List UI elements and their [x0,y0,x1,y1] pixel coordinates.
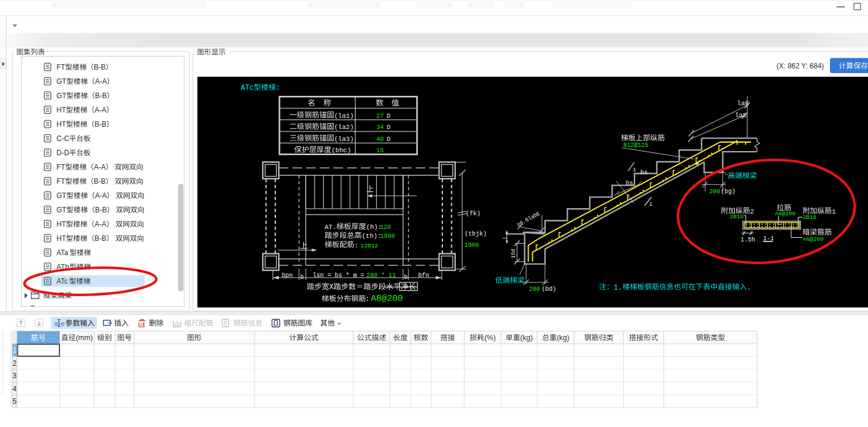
svg-text:15d: 15d [511,249,517,258]
svg-text:1: 1 [12,346,17,354]
svg-text:HT: HT [56,120,67,128]
svg-text:1: 1 [633,167,636,173]
svg-text:B-B: B-B [94,63,106,71]
svg-text:A-A: A-A [94,163,106,171]
svg-text:1: 1 [649,202,652,208]
svg-text:280 * 11: 280 * 11 [367,272,396,279]
svg-text:FT: FT [56,177,65,186]
svg-text:15: 15 [376,147,383,154]
svg-text:B-B: B-B [94,177,106,186]
svg-text:1-1: 1-1 [763,235,775,242]
svg-text:HT: HT [56,234,67,243]
svg-text:(fk): (fk) [466,210,481,217]
svg-text:A6@200: A6@200 [803,236,823,243]
svg-text:(th):: (th): [362,233,382,240]
svg-text:(la2): (la2) [334,124,354,131]
svg-text:FT: FT [56,63,65,71]
svg-text:b: b [404,274,408,281]
svg-text:A-A: A-A [95,220,106,228]
svg-text:1: 1 [832,208,836,215]
svg-text:a: a [54,320,58,327]
svg-text:D: D [387,124,391,131]
svg-text:(tbjk): (tbjk) [465,230,487,237]
svg-text:A-A: A-A [95,106,106,114]
svg-text:(%): (%) [485,334,496,342]
svg-text:(kg): (kg) [557,334,570,342]
svg-text:D-D: D-D [56,149,70,157]
svg-text:laE: laE [737,100,750,107]
svg-text:D: D [387,136,391,143]
svg-text:B-B: B-B [95,92,107,100]
svg-text:2B16: 2B16 [730,214,744,220]
svg-text:laE: laE [735,112,747,119]
svg-text:2B16: 2B16 [803,214,816,221]
svg-text:4: 4 [12,385,17,393]
svg-text:2: 2 [12,359,17,368]
svg-text:A-A: A-A [95,191,107,200]
svg-text:bpn: bpn [282,272,293,279]
svg-text:C-C: C-C [56,134,70,143]
svg-text:ATa: ATa [56,249,68,257]
svg-text:D: D [387,112,391,120]
svg-text:(bd): (bd) [542,286,556,293]
svg-text:1600: 1600 [464,241,479,249]
svg-text:ATc: ATc [56,277,68,285]
svg-text:GT: GT [56,77,67,86]
svg-text:b: b [300,274,304,281]
svg-text:hs: hs [626,180,633,187]
svg-text:X: X [329,283,334,291]
svg-text:5: 5 [12,397,17,406]
svg-text:B-B: B-B [95,206,107,214]
svg-text:12B12: 12B12 [361,243,379,249]
svg-text:(bhc): (bhc) [332,147,351,154]
svg-text:2: 2 [750,208,754,215]
svg-text:40: 40 [376,136,383,143]
svg-text:200: 200 [529,286,540,293]
svg-text:120: 120 [380,224,391,231]
svg-text:B-B: B-B [95,120,106,128]
svg-text:GT: GT [56,92,67,100]
svg-text:A8@200: A8@200 [371,294,403,304]
svg-text::: : [366,295,370,303]
svg-text:1.5h: 1.5h [741,236,756,243]
svg-text:bfn: bfn [419,272,429,279]
svg-text:B12@125: B12@125 [624,142,649,149]
svg-text:HT: HT [56,220,67,228]
svg-text:1800: 1800 [380,233,395,240]
svg-text:A-A: A-A [95,77,107,86]
svg-text:34: 34 [376,124,383,131]
svg-text:(la3): (la3) [334,136,354,143]
svg-text:(mm): (mm) [76,334,93,342]
svg-text:ATc: ATc [241,84,254,92]
svg-text:AT.: AT. [325,224,336,231]
svg-text:3: 3 [12,372,17,380]
svg-text:200: 200 [709,189,720,195]
svg-text::: : [354,242,358,249]
svg-text:bs: bs [640,169,647,176]
svg-text:e: e [61,320,64,327]
svg-text:A6@200: A6@200 [775,211,796,217]
svg-text:lsn = bs * m =: lsn = bs * m = [313,272,364,279]
svg-text::: : [276,84,280,92]
svg-text:1.: 1. [614,284,622,292]
svg-text:GT: GT [56,206,67,214]
svg-text:(X: 862 Y: 684): (X: 862 Y: 684) [776,62,824,70]
svg-text:FT: FT [56,163,65,171]
svg-text:(kg): (kg) [520,334,533,342]
svg-text:HT: HT [56,106,67,114]
svg-text:B-B: B-B [95,234,106,243]
svg-text:GT: GT [56,191,67,200]
svg-text:(bg): (bg) [721,189,735,195]
svg-text:27: 27 [376,112,383,120]
svg-text:.: . [747,284,751,292]
svg-text:(la1): (la1) [334,112,354,120]
